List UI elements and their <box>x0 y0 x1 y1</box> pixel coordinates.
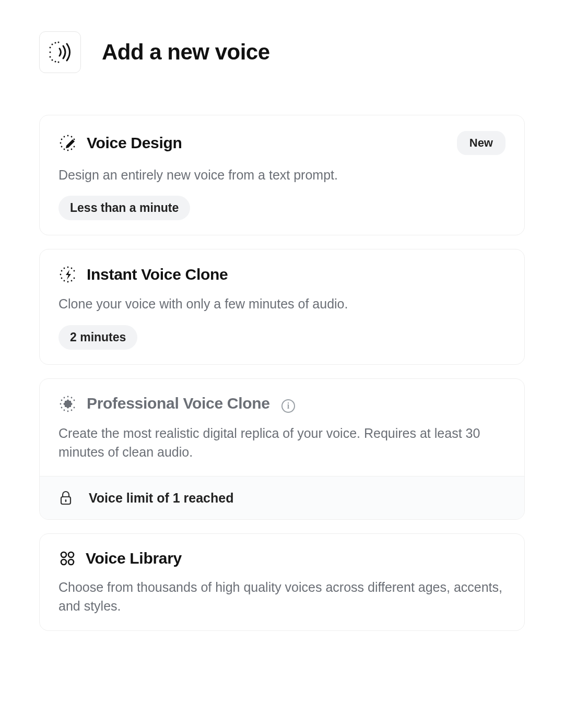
svg-point-14 <box>60 142 62 144</box>
svg-point-9 <box>67 135 69 137</box>
card-voice-design[interactable]: Voice Design New Design an entirely new … <box>39 115 525 235</box>
new-badge: New <box>457 131 506 155</box>
card-instant-voice-clone[interactable]: Instant Voice Clone Clone your voice wit… <box>39 249 525 364</box>
svg-point-1 <box>55 42 56 44</box>
svg-point-26 <box>61 278 63 279</box>
svg-point-36 <box>60 403 62 404</box>
svg-point-37 <box>61 407 63 408</box>
svg-point-2 <box>58 42 60 43</box>
card-voice-library[interactable]: Voice Library Choose from thousands of h… <box>39 533 525 631</box>
card-professional-voice-clone[interactable]: Professional Voice Clone i Create the mo… <box>39 378 525 520</box>
time-pill: 2 minutes <box>58 325 137 350</box>
lock-icon <box>58 490 73 506</box>
time-pill: Less than a minute <box>58 196 190 220</box>
page-title: Add a new voice <box>102 40 270 65</box>
grid-icon <box>58 550 76 567</box>
svg-rect-43 <box>65 499 67 502</box>
svg-point-17 <box>64 149 65 150</box>
sound-wave-icon <box>47 39 73 65</box>
card-title-text: Professional Voice Clone <box>87 395 270 412</box>
svg-point-28 <box>64 280 65 282</box>
svg-point-30 <box>67 281 69 283</box>
svg-point-15 <box>61 146 63 148</box>
svg-point-39 <box>64 409 65 411</box>
svg-point-10 <box>64 136 65 138</box>
info-icon[interactable]: i <box>281 399 295 413</box>
svg-point-44 <box>61 552 66 557</box>
svg-point-11 <box>71 136 73 138</box>
svg-point-22 <box>71 268 73 269</box>
svg-point-21 <box>64 268 65 269</box>
limit-message: Voice limit of 1 reached <box>89 491 233 506</box>
card-title: Professional Voice Clone i <box>87 395 295 413</box>
verified-icon <box>58 395 77 413</box>
svg-point-5 <box>50 56 51 58</box>
svg-point-19 <box>67 150 69 151</box>
svg-point-18 <box>71 149 73 150</box>
svg-point-40 <box>71 409 73 411</box>
svg-point-31 <box>67 396 69 397</box>
svg-point-4 <box>50 52 51 53</box>
svg-point-38 <box>74 407 75 408</box>
svg-point-45 <box>68 552 74 557</box>
svg-point-41 <box>67 410 69 412</box>
voice-options-list: Voice Design New Design an entirely new … <box>39 115 525 631</box>
svg-point-23 <box>61 270 63 272</box>
svg-point-35 <box>74 399 75 401</box>
card-title: Instant Voice Clone <box>87 266 228 283</box>
svg-point-27 <box>74 278 75 279</box>
lightning-icon <box>58 265 77 284</box>
svg-point-8 <box>58 62 60 63</box>
svg-point-24 <box>74 270 75 272</box>
svg-point-7 <box>55 61 56 63</box>
svg-point-34 <box>61 399 63 401</box>
svg-point-33 <box>71 397 73 398</box>
page-header: Add a new voice <box>39 31 525 73</box>
svg-point-6 <box>52 59 53 61</box>
card-description: Create the most realistic digital replic… <box>58 424 506 462</box>
pencil-icon <box>58 134 77 152</box>
card-limit-footer: Voice limit of 1 reached <box>40 476 524 519</box>
svg-point-3 <box>50 47 51 49</box>
svg-point-47 <box>68 559 74 565</box>
svg-point-25 <box>60 274 62 276</box>
svg-point-32 <box>64 397 65 398</box>
svg-point-0 <box>52 44 53 45</box>
svg-point-13 <box>74 139 75 140</box>
svg-point-12 <box>61 139 63 140</box>
svg-point-16 <box>74 146 75 148</box>
card-title: Voice Design <box>87 134 182 152</box>
svg-point-46 <box>61 559 66 565</box>
card-description: Choose from thousands of high quality vo… <box>58 578 506 616</box>
card-title: Voice Library <box>86 550 182 567</box>
app-logo-box <box>39 31 81 73</box>
svg-point-29 <box>71 280 73 282</box>
card-description: Clone your voice with only a few minutes… <box>58 294 506 313</box>
svg-point-20 <box>67 267 69 268</box>
card-description: Design an entirely new voice from a text… <box>58 165 506 184</box>
